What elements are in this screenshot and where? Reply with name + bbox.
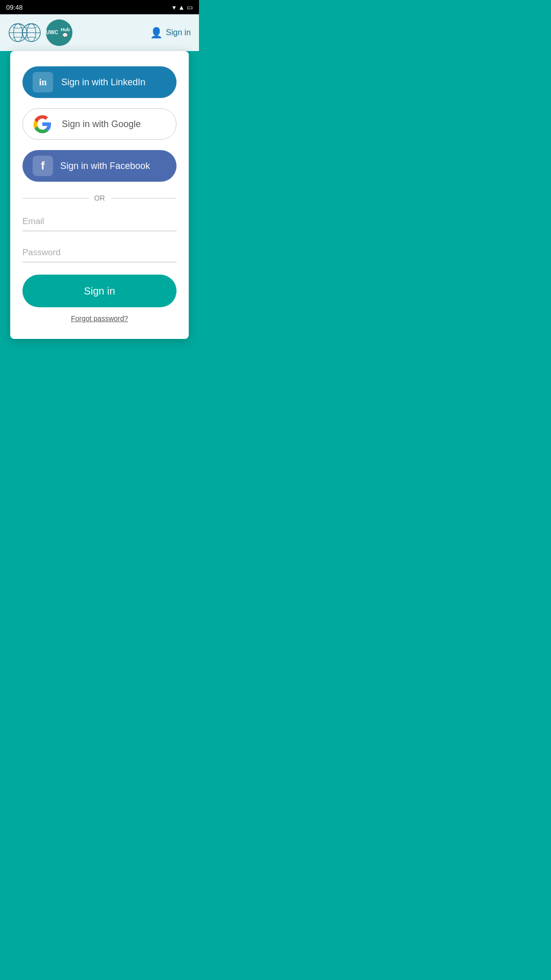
signal-icon: ▲ <box>178 4 185 11</box>
linkedin-btn-label: Sign in with LinkedIn <box>61 77 145 88</box>
status-bar: 09:48 ▾ ▲ ▭ <box>0 0 199 14</box>
email-input[interactable] <box>22 212 177 231</box>
status-icons: ▾ ▲ ▭ <box>172 4 193 11</box>
header-signin-link[interactable]: 👤 Sign in <box>150 27 191 39</box>
linkedin-icon: in <box>33 72 53 92</box>
facebook-btn-label: Sign in with Facebook <box>60 161 150 172</box>
or-line-left <box>22 198 88 199</box>
facebook-icon: f <box>33 156 53 176</box>
globe-logo <box>8 19 44 46</box>
forgot-password-label: Forgot password? <box>71 314 128 323</box>
wifi-icon: ▾ <box>172 4 176 11</box>
or-text: OR <box>94 194 105 202</box>
or-line-right <box>111 198 177 199</box>
battery-icon: ▭ <box>187 4 193 11</box>
forgot-password-link[interactable]: Forgot password? <box>22 314 177 323</box>
signin-btn-label: Sign in <box>84 285 115 297</box>
app-header: UWC Hub 💬 👤 Sign in <box>0 14 199 51</box>
header-signin-label: Sign in <box>166 28 191 37</box>
google-signin-button[interactable]: Sign in with Google <box>22 108 177 140</box>
time: 09:48 <box>6 4 23 11</box>
logo-container: UWC Hub 💬 <box>8 19 72 46</box>
google-icon <box>33 115 52 133</box>
password-input[interactable] <box>22 243 177 262</box>
uwc-hub-logo: UWC Hub 💬 <box>46 19 72 46</box>
signin-button[interactable]: Sign in <box>22 275 177 307</box>
person-icon: 👤 <box>150 27 163 39</box>
linkedin-signin-button[interactable]: in Sign in with LinkedIn <box>22 66 177 98</box>
login-modal: in Sign in with LinkedIn Sign in with Go… <box>10 51 189 339</box>
google-btn-label: Sign in with Google <box>62 119 141 130</box>
or-divider: OR <box>22 194 177 202</box>
facebook-signin-button[interactable]: f Sign in with Facebook <box>22 150 177 182</box>
